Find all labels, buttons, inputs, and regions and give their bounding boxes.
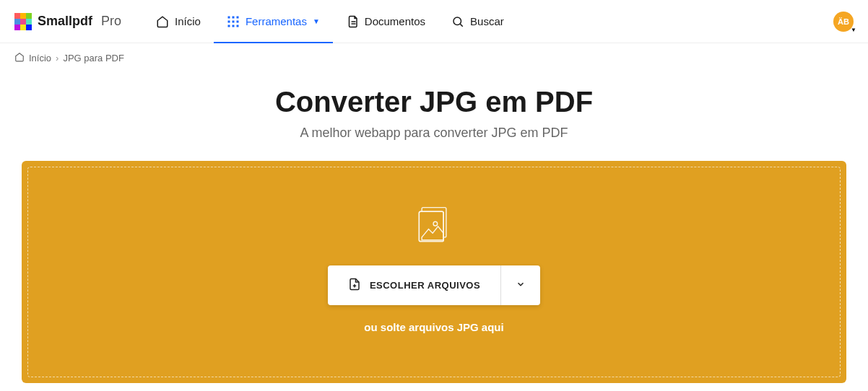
main-nav: Início Ferramentas ▼ Documentos Buscar <box>143 0 517 43</box>
brand-name: Smallpdf <box>38 14 92 29</box>
grid-icon <box>227 15 240 28</box>
breadcrumb: Início › JPG para PDF <box>0 43 868 73</box>
svg-rect-9 <box>227 16 230 18</box>
search-icon <box>451 15 464 28</box>
svg-rect-12 <box>227 20 230 22</box>
home-icon <box>14 52 25 64</box>
breadcrumb-home[interactable]: Início <box>29 53 51 63</box>
drop-hint: ou solte arquivos JPG aqui <box>364 321 503 333</box>
svg-rect-16 <box>232 25 234 27</box>
nav-search-label: Buscar <box>470 15 504 27</box>
choose-button-group: ESCOLHER ARQUIVOS <box>328 265 540 305</box>
caret-down-icon: ▼ <box>851 27 856 33</box>
hero: Converter JPG em PDF A melhor webapp par… <box>0 73 868 161</box>
nav-documents-label: Documentos <box>365 15 425 27</box>
nav-documents[interactable]: Documentos <box>333 0 438 43</box>
file-add-icon <box>348 277 361 294</box>
chevron-down-icon <box>516 279 526 291</box>
svg-line-21 <box>460 24 462 26</box>
documents-icon <box>346 15 359 28</box>
nav-tools[interactable]: Ferramentas ▼ <box>214 0 333 43</box>
image-stack-icon <box>412 203 456 250</box>
choose-more-button[interactable] <box>500 265 540 305</box>
svg-rect-6 <box>14 25 20 30</box>
dropzone-container: ESCOLHER ARQUIVOS ou solte arquivos JPG … <box>0 161 868 391</box>
choose-files-label: ESCOLHER ARQUIVOS <box>370 280 480 291</box>
choose-files-button[interactable]: ESCOLHER ARQUIVOS <box>328 265 500 305</box>
svg-rect-2 <box>26 13 32 19</box>
svg-point-20 <box>453 17 461 25</box>
smallpdf-logo-icon <box>14 13 32 30</box>
breadcrumb-current: JPG para PDF <box>63 53 124 63</box>
user-avatar[interactable]: ÄB ▼ <box>833 12 854 32</box>
svg-rect-11 <box>236 16 238 18</box>
breadcrumb-separator: › <box>56 53 58 63</box>
svg-rect-3 <box>14 19 20 25</box>
avatar-initials: ÄB <box>838 17 849 26</box>
svg-rect-5 <box>26 19 32 25</box>
dropzone[interactable]: ESCOLHER ARQUIVOS ou solte arquivos JPG … <box>22 161 846 383</box>
svg-rect-8 <box>26 25 32 30</box>
svg-rect-10 <box>232 16 234 18</box>
nav-home[interactable]: Início <box>143 0 214 43</box>
home-icon <box>156 15 169 28</box>
brand-logo[interactable]: Smallpdf Pro <box>14 13 121 30</box>
top-header: Smallpdf Pro Início Ferramentas ▼ Docume… <box>0 0 868 43</box>
dropzone-inner: ESCOLHER ARQUIVOS ou solte arquivos JPG … <box>27 167 841 377</box>
nav-search[interactable]: Buscar <box>438 0 517 43</box>
svg-rect-14 <box>236 20 238 22</box>
svg-rect-15 <box>227 25 230 27</box>
nav-tools-label: Ferramentas <box>246 15 307 27</box>
svg-rect-0 <box>14 13 20 19</box>
svg-rect-13 <box>232 20 234 22</box>
caret-down-icon: ▼ <box>313 17 320 25</box>
page-title: Converter JPG em PDF <box>14 86 854 118</box>
svg-rect-1 <box>20 13 26 19</box>
page-subtitle: A melhor webapp para converter JPG em PD… <box>14 126 854 141</box>
brand-tier: Pro <box>101 14 121 29</box>
nav-home-label: Início <box>175 15 201 27</box>
svg-rect-7 <box>20 25 26 30</box>
svg-rect-4 <box>20 19 26 25</box>
svg-rect-17 <box>236 25 238 27</box>
